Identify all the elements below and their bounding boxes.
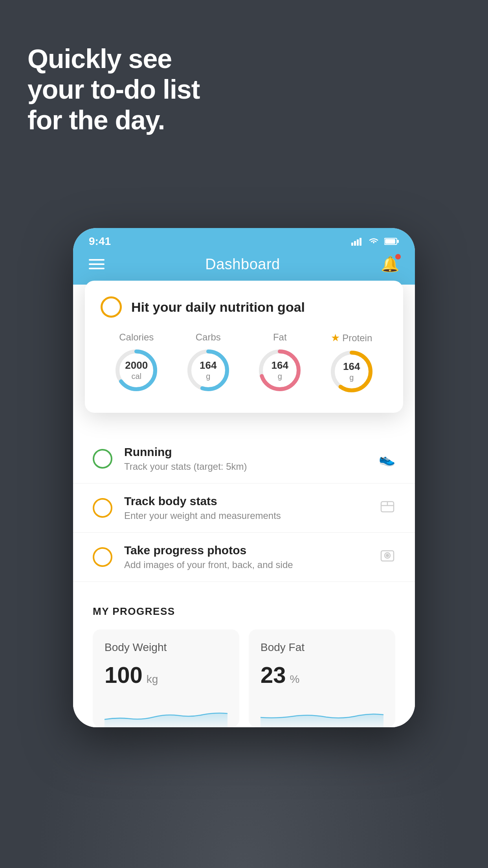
hero-line-1: Quickly see: [28, 43, 200, 74]
running-check-circle: [93, 449, 112, 469]
body-fat-chart: [261, 696, 383, 727]
my-progress-section: MY PROGRESS Body Weight 100 kg: [73, 582, 415, 727]
body-fat-number: 23: [261, 662, 286, 688]
carbs-label: Carbs: [196, 332, 221, 343]
carbs-value: 164: [200, 359, 216, 371]
calories-unit: cal: [125, 372, 148, 381]
app-header: Dashboard 🔔: [73, 248, 415, 285]
macro-carbs: Carbs 164 g: [185, 332, 232, 394]
protein-unit: g: [343, 373, 360, 383]
body-stats-content: Track body stats Enter your weight and m…: [124, 495, 368, 521]
body-fat-card[interactable]: Body Fat 23 %: [249, 629, 395, 727]
photos-desc: Add images of your front, back, and side: [124, 559, 368, 570]
macro-protein: ★ Protein 164 g: [328, 332, 375, 395]
body-weight-value-row: 100 kg: [105, 662, 227, 688]
progress-cards: Body Weight 100 kg: [93, 629, 395, 727]
fat-value: 164: [272, 359, 288, 371]
body-stats-name: Track body stats: [124, 495, 368, 508]
battery-icon: [384, 237, 399, 245]
macro-calories: Calories 2000 cal: [113, 332, 160, 394]
content-area: THINGS TO DO TODAY Hit your daily nutrit…: [73, 285, 415, 727]
svg-point-20: [386, 554, 389, 557]
hero-line-3: for the day.: [28, 105, 200, 135]
body-stats-check-circle: [93, 498, 112, 518]
svg-rect-1: [354, 241, 356, 246]
photos-check-circle: [93, 547, 112, 567]
nutrition-check-circle: [101, 296, 122, 318]
todo-list: Running Track your stats (target: 5km) 👟…: [73, 434, 415, 582]
svg-rect-5: [397, 240, 399, 243]
signal-icon: [351, 237, 363, 246]
shoe-icon: 👟: [379, 451, 395, 467]
body-fat-unit: %: [290, 673, 300, 686]
nutrition-card[interactable]: Hit your daily nutrition goal Calories 2…: [85, 281, 403, 413]
fat-unit: g: [272, 372, 288, 381]
protein-value: 164: [343, 360, 360, 373]
photos-name: Take progress photos: [124, 544, 368, 557]
fat-donut: 164 g: [256, 347, 303, 394]
person-photo-icon: [380, 548, 395, 566]
calories-donut: 2000 cal: [113, 347, 160, 394]
nutrition-card-header: Hit your daily nutrition goal: [101, 296, 387, 318]
svg-rect-3: [360, 238, 361, 246]
body-weight-number: 100: [105, 662, 143, 688]
svg-rect-6: [385, 239, 395, 244]
calories-value: 2000: [125, 359, 148, 371]
status-icons: [351, 237, 399, 246]
scale-icon: [380, 498, 395, 517]
notification-dot: [395, 254, 401, 259]
star-icon: ★: [331, 332, 340, 344]
protein-label: ★ Protein: [331, 332, 372, 344]
nutrition-macros: Calories 2000 cal Carbs: [101, 332, 387, 395]
header-title: Dashboard: [205, 256, 280, 273]
svg-rect-0: [351, 243, 353, 246]
body-fat-value-row: 23 %: [261, 662, 383, 688]
body-weight-card[interactable]: Body Weight 100 kg: [93, 629, 239, 727]
body-weight-chart: [105, 696, 227, 727]
svg-rect-2: [357, 239, 359, 246]
todo-item-running[interactable]: Running Track your stats (target: 5km) 👟: [73, 434, 415, 484]
wifi-icon: [368, 237, 380, 246]
body-fat-title: Body Fat: [261, 641, 383, 654]
body-weight-title: Body Weight: [105, 641, 227, 654]
body-stats-desc: Enter your weight and measurements: [124, 510, 368, 521]
nutrition-card-title: Hit your daily nutrition goal: [131, 300, 305, 315]
running-name: Running: [124, 445, 367, 459]
body-weight-unit: kg: [147, 673, 158, 686]
photos-content: Take progress photos Add images of your …: [124, 544, 368, 570]
running-content: Running Track your stats (target: 5km): [124, 445, 367, 472]
carbs-donut: 164 g: [185, 347, 232, 394]
hero-text: Quickly see your to-do list for the day.: [28, 43, 200, 136]
protein-donut: 164 g: [328, 348, 375, 395]
fat-label: Fat: [273, 332, 287, 343]
phone-mockup: 9:41: [73, 228, 415, 727]
todo-item-photos[interactable]: Take progress photos Add images of your …: [73, 533, 415, 582]
status-bar: 9:41: [73, 228, 415, 248]
macro-fat: Fat 164 g: [256, 332, 303, 394]
my-progress-title: MY PROGRESS: [93, 605, 395, 618]
hamburger-menu-icon[interactable]: [89, 259, 105, 269]
bell-icon[interactable]: 🔔: [381, 256, 399, 273]
todo-item-body-stats[interactable]: Track body stats Enter your weight and m…: [73, 484, 415, 533]
running-desc: Track your stats (target: 5km): [124, 461, 367, 472]
calories-label: Calories: [119, 332, 154, 343]
status-time: 9:41: [89, 235, 111, 248]
carbs-unit: g: [200, 372, 216, 381]
hero-line-2: your to-do list: [28, 74, 200, 105]
